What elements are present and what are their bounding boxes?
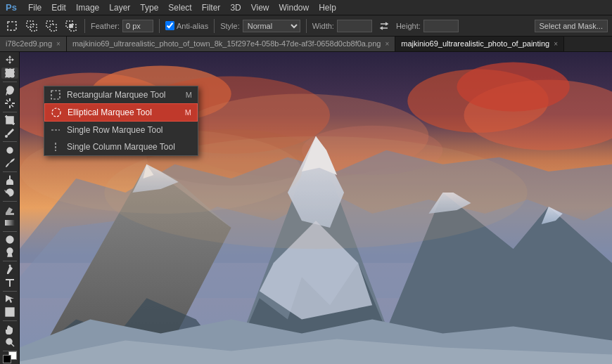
single-col-icon [50, 141, 61, 152]
svg-rect-60 [51, 91, 60, 99]
ctx-single-row-marquee[interactable]: Single Row Marquee Tool [44, 122, 198, 138]
menu-bar: File Edit Image Layer Type Select Filter… [24, 1, 340, 14]
tool-separator-8 [3, 291, 17, 292]
tab-close-2[interactable]: × [385, 40, 389, 48]
svg-rect-7 [70, 25, 72, 27]
swap-icon[interactable] [376, 18, 392, 34]
add-selection-icon[interactable] [24, 18, 39, 34]
separator-4 [306, 19, 307, 33]
menu-type[interactable]: Type [136, 1, 162, 14]
antialias-checkbox[interactable] [165, 21, 174, 30]
svg-point-22 [8, 238, 12, 242]
history-brush-tool[interactable] [1, 187, 18, 198]
menu-layer[interactable]: Layer [105, 1, 134, 14]
ctx-single-row-label: Single Row Marquee Tool [67, 125, 163, 135]
tool-separator-7 [3, 261, 17, 261]
height-input[interactable] [423, 20, 459, 32]
canvas-area: Rectangular Marquee Tool M Elliptical Ma… [20, 52, 612, 364]
shape-tool[interactable] [1, 306, 18, 318]
ellipse-marquee-icon [51, 107, 62, 118]
ctx-rectangular-shortcut: M [186, 91, 192, 99]
height-label: Height: [396, 22, 421, 30]
svg-rect-4 [50, 25, 56, 31]
zoom-tool[interactable] [1, 337, 18, 348]
hand-tool[interactable] [1, 324, 18, 335]
separator-2 [159, 19, 160, 33]
brush-tool[interactable] [1, 157, 18, 169]
menu-window[interactable]: Window [275, 1, 314, 14]
svg-rect-25 [6, 308, 14, 316]
antialias-group: Anti-alias [165, 21, 208, 30]
antialias-label: Anti-alias [177, 22, 208, 30]
dodge-tool[interactable] [1, 247, 18, 258]
separator-3 [214, 19, 215, 33]
tab-close-3[interactable]: × [554, 40, 558, 48]
main-area: Rectangular Marquee Tool M Elliptical Ma… [0, 52, 612, 364]
type-tool[interactable] [1, 277, 18, 288]
feather-group: Feather: [91, 20, 153, 32]
tab-item-2[interactable]: majkinio69_ultrarealistic_photo_of_town_… [67, 37, 395, 51]
color-swatch[interactable] [1, 353, 18, 361]
healing-brush-tool[interactable] [1, 145, 18, 156]
feather-input[interactable] [122, 20, 153, 32]
separator-1 [84, 19, 85, 33]
svg-point-24 [8, 264, 11, 266]
ctx-elliptical-marquee[interactable]: Elliptical Marquee Tool M [44, 103, 198, 122]
magic-wand-tool[interactable] [1, 98, 18, 109]
ctx-single-col-marquee[interactable]: Single Column Marquee Tool [44, 138, 198, 155]
tab-label-1: i78c2ed9.png [6, 39, 52, 48]
move-tool[interactable] [1, 55, 18, 66]
menu-help[interactable]: Help [314, 1, 340, 14]
width-label: Width: [312, 22, 334, 30]
menu-3d[interactable]: 3D [226, 1, 245, 14]
title-bar: Ps File Edit Image Layer Type Select Fil… [0, 0, 612, 15]
svg-line-14 [11, 105, 13, 107]
ctx-elliptical-label: Elliptical Marquee Tool [68, 108, 152, 117]
tab-item-1[interactable]: i78c2ed9.png × [0, 37, 67, 51]
ps-logo: Ps [6, 2, 17, 13]
ctx-rectangular-marquee[interactable]: Rectangular Marquee Tool M [44, 86, 198, 103]
svg-rect-12 [12, 103, 15, 104]
svg-rect-8 [6, 69, 14, 77]
gradient-tool[interactable] [1, 217, 18, 228]
svg-line-13 [6, 100, 8, 102]
menu-image[interactable]: Image [72, 1, 103, 14]
width-input[interactable] [337, 20, 372, 32]
eyedropper-tool[interactable] [1, 127, 18, 138]
menu-filter[interactable]: Filter [198, 1, 225, 14]
lasso-tool[interactable] [1, 85, 18, 96]
menu-file[interactable]: File [24, 1, 46, 14]
ctx-single-col-label: Single Column Marquee Tool [67, 142, 175, 152]
style-label: Style: [220, 22, 240, 30]
tool-separator-1 [3, 82, 17, 82]
stamp-tool[interactable] [1, 174, 18, 186]
subtract-selection-icon[interactable] [44, 18, 59, 34]
svg-rect-20 [5, 220, 15, 226]
tab-close-1[interactable]: × [56, 40, 60, 48]
svg-line-27 [11, 344, 14, 346]
ctx-rectangular-label: Rectangular Marquee Tool [67, 90, 166, 100]
tab-label-2: majkinio69_ultrarealistic_photo_of_town_… [72, 39, 381, 48]
intersect-selection-icon[interactable] [63, 18, 79, 34]
svg-point-37 [457, 63, 569, 112]
blur-tool[interactable] [1, 234, 18, 245]
svg-rect-11 [5, 103, 8, 104]
eraser-tool[interactable] [1, 204, 18, 216]
svg-point-23 [7, 248, 13, 254]
pen-tool[interactable] [1, 264, 18, 275]
menu-edit[interactable]: Edit [47, 1, 70, 14]
path-selection-tool[interactable] [1, 294, 18, 305]
context-menu: Rectangular Marquee Tool M Elliptical Ma… [44, 86, 198, 156]
style-select[interactable]: Normal Fixed Ratio Fixed Size [243, 20, 300, 32]
tab-item-3[interactable]: majkinio69_ultrarealistic_photo_of_paint… [395, 37, 564, 51]
new-selection-icon[interactable] [4, 18, 20, 34]
svg-rect-0 [8, 22, 16, 30]
tool-separator-3 [3, 141, 17, 142]
select-mask-button[interactable]: Select and Mask... [535, 20, 608, 32]
menu-select[interactable]: Select [164, 1, 196, 14]
options-bar: Feather: Anti-alias Style: Normal Fixed … [0, 15, 612, 37]
crop-tool[interactable] [1, 115, 18, 126]
menu-view[interactable]: View [247, 1, 274, 14]
marquee-tool[interactable] [1, 67, 18, 79]
svg-rect-9 [9, 98, 11, 101]
